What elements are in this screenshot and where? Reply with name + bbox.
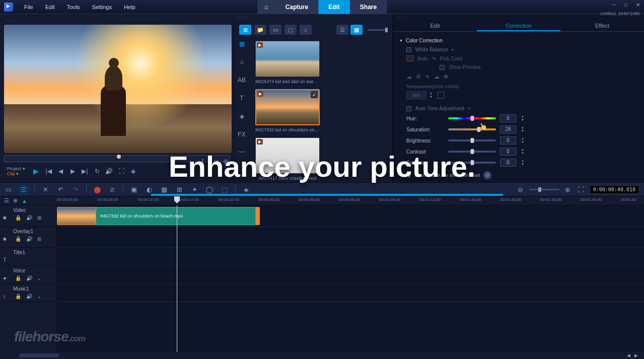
- track-header[interactable]: Voice ●🔒🔊⌄: [0, 266, 56, 284]
- timecode-display[interactable]: 0:00:00:40.010: [590, 185, 639, 194]
- correction-subtab[interactable]: Correction: [477, 21, 560, 31]
- param-slider[interactable]: [448, 161, 496, 165]
- param-value[interactable]: 0: [500, 159, 516, 167]
- goto-start-button[interactable]: |◀: [45, 168, 53, 175]
- color-correction-section[interactable]: Color Correction: [399, 36, 638, 45]
- zoom-out-button[interactable]: ⊖: [516, 186, 525, 193]
- track-button[interactable]: ⊞: [37, 236, 41, 242]
- spin-up-icon[interactable]: ▲: [428, 92, 434, 95]
- title-tab-icon[interactable]: T: [236, 93, 247, 104]
- timeline-ruler[interactable]: ☰ ⊕ ▲ 00:00:00.0000:00:08.0000:00:16.000…: [0, 196, 644, 205]
- drag-handle-icon[interactable]: ::::::::: [3, 17, 231, 24]
- spin-down-icon[interactable]: ▼: [520, 163, 525, 166]
- spin-up-icon[interactable]: ▲: [520, 148, 525, 152]
- volume-button[interactable]: 🔊: [105, 168, 113, 175]
- clip-mode-label[interactable]: Clip ▾: [7, 171, 27, 176]
- track-row[interactable]: [57, 227, 644, 248]
- spin-up-icon[interactable]: ▲: [520, 126, 525, 129]
- menu-edit[interactable]: Edit: [40, 2, 60, 12]
- audio-filter-button[interactable]: ♪: [300, 25, 312, 35]
- tool-g-button[interactable]: ⬚: [220, 186, 229, 193]
- spin-up-icon[interactable]: ▲: [520, 115, 525, 118]
- track-button[interactable]: ⌄: [37, 294, 41, 299]
- mark-out-button[interactable]: ]: [207, 158, 209, 165]
- timeline-view-button[interactable]: ☰: [19, 184, 28, 195]
- fullscreen-button[interactable]: ⛶: [117, 168, 125, 175]
- effect-subtab[interactable]: Effect: [560, 21, 644, 31]
- track-button[interactable]: 🔒: [15, 215, 21, 221]
- mark-in-button[interactable]: [: [202, 158, 204, 165]
- menu-tools[interactable]: Tools: [62, 2, 85, 12]
- track-row[interactable]: IMG7332 kid on shoulders on beach.mp4: [57, 205, 644, 227]
- track-button[interactable]: ⌄: [37, 275, 41, 281]
- param-value[interactable]: 0: [500, 148, 516, 156]
- track-button[interactable]: 🔊: [26, 236, 32, 242]
- param-value[interactable]: 0: [500, 136, 516, 145]
- goto-end-button[interactable]: ▶|: [81, 168, 89, 175]
- import-button[interactable]: ⊞: [239, 25, 251, 35]
- scroll-right-icon[interactable]: ▶: [632, 353, 640, 358]
- track-button[interactable]: 🔊: [26, 215, 32, 221]
- menu-help[interactable]: Help: [119, 2, 140, 12]
- tool-d-button[interactable]: ⊞: [175, 186, 184, 193]
- tool-h-button[interactable]: ◈: [242, 186, 251, 193]
- scrub-bar[interactable]: [4, 155, 230, 162]
- zoom-in-button[interactable]: ⊕: [563, 186, 573, 193]
- track-row[interactable]: [57, 284, 644, 302]
- prev-frame-button[interactable]: ◀: [57, 168, 65, 175]
- auto-tone-checkbox[interactable]: [406, 106, 411, 111]
- track-header[interactable]: Overlay1 ■🔒🔊⊞: [0, 227, 56, 248]
- play-button[interactable]: ▶: [31, 167, 41, 175]
- storyboard-view-button[interactable]: ▭: [4, 186, 13, 193]
- graphic-tab-icon[interactable]: ◈: [236, 111, 247, 122]
- library-item[interactable]: ▶ IMG7417 baby crawling.mp4: [255, 137, 320, 180]
- fluorescent-icon[interactable]: ⚙: [416, 74, 421, 80]
- menu-settings[interactable]: Settings: [87, 2, 117, 12]
- tool-b-button[interactable]: ◐: [145, 186, 154, 193]
- thumb-size-slider[interactable]: [368, 29, 388, 31]
- spin-up-icon[interactable]: ▲: [520, 159, 525, 163]
- playhead[interactable]: [177, 205, 177, 352]
- tools-button[interactable]: ✕: [41, 186, 50, 193]
- undo-button[interactable]: ↶: [56, 186, 65, 193]
- drag-handle-icon[interactable]: ::::::::: [234, 14, 393, 21]
- eyedropper-icon[interactable]: ✎: [432, 56, 436, 61]
- library-item[interactable]: ▶✓ IMG7332 kid on shoulders on beach.mp4: [255, 89, 320, 132]
- param-slider[interactable]: [448, 138, 496, 142]
- temp-reset-button[interactable]: [438, 92, 445, 99]
- track-button[interactable]: 🔒: [15, 294, 21, 299]
- capture-tab[interactable]: Capture: [275, 0, 318, 14]
- track-button[interactable]: 🔒: [15, 275, 21, 281]
- track-button[interactable]: 🔒: [15, 236, 21, 242]
- marker-button[interactable]: ◈: [129, 168, 137, 175]
- clip-edge-handle[interactable]: [256, 207, 260, 225]
- list-view-button[interactable]: ☰: [336, 25, 348, 35]
- track-row[interactable]: [57, 266, 644, 284]
- library-item[interactable]: ▶ IMG5474 kid and dad on water lside.mp4: [255, 41, 320, 84]
- track-options-button[interactable]: ☰: [4, 197, 9, 204]
- param-slider[interactable]: [448, 150, 496, 154]
- spin-up-icon[interactable]: ▲: [520, 137, 525, 140]
- video-filter-button[interactable]: ▭: [269, 25, 281, 35]
- menu-file[interactable]: File: [19, 2, 38, 12]
- auto-button[interactable]: Auto: [417, 56, 428, 61]
- folder-button[interactable]: 📁: [254, 25, 266, 35]
- spin-down-icon[interactable]: ▼: [520, 129, 525, 133]
- project-mode-label[interactable]: Project ▾: [7, 166, 25, 171]
- track-button[interactable]: ⊞: [37, 215, 41, 221]
- spin-down-icon[interactable]: ▼: [520, 140, 525, 144]
- tool-e-button[interactable]: ✦: [190, 186, 199, 193]
- fit-button[interactable]: ⛶: [577, 186, 586, 193]
- minimize-button[interactable]: ─: [610, 1, 618, 8]
- home-tab[interactable]: ⌂: [257, 0, 275, 14]
- shade-icon[interactable]: ❋: [444, 74, 448, 80]
- split-button[interactable]: ✂: [213, 158, 219, 165]
- share-tab[interactable]: Share: [350, 0, 387, 14]
- track-toggle-button[interactable]: ▲: [22, 198, 27, 204]
- timeline-clip[interactable]: IMG7332 kid on shoulders on beach.mp4: [57, 207, 260, 225]
- show-preview-checkbox[interactable]: [440, 65, 445, 70]
- snapshot-button[interactable]: ⊕: [223, 158, 229, 165]
- cloudy-icon[interactable]: ☁: [434, 74, 440, 80]
- fx-tab-icon[interactable]: FX: [236, 129, 247, 140]
- track-header[interactable]: Video ■🔒🔊⊞: [0, 205, 56, 227]
